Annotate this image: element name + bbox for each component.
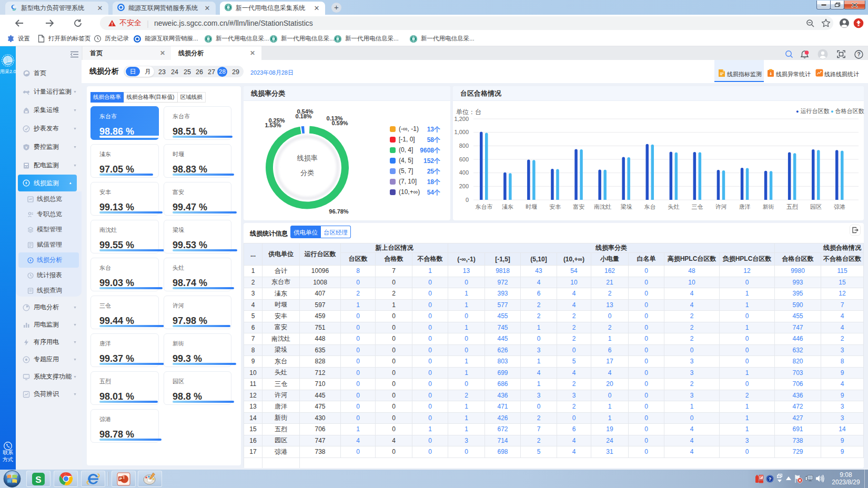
svg-text:600: 600 [459, 156, 469, 162]
svg-text:弶港: 弶港 [834, 204, 845, 210]
svg-text:分类: 分类 [300, 169, 314, 177]
svg-text:200: 200 [459, 183, 469, 189]
svg-text:0.18%: 0.18% [295, 113, 311, 119]
svg-text:时堰: 时堰 [526, 204, 537, 210]
svg-text:东台: 东台 [644, 204, 656, 210]
svg-text:线损率: 线损率 [297, 154, 318, 162]
svg-text:新街: 新街 [763, 204, 774, 210]
svg-text:三仓: 三仓 [692, 204, 703, 210]
svg-text:许河: 许河 [715, 204, 727, 210]
svg-text:800: 800 [459, 143, 469, 149]
svg-text:东台市: 东台市 [476, 204, 493, 210]
svg-text:1,000: 1,000 [454, 129, 469, 135]
svg-text:梁垛: 梁垛 [620, 204, 632, 210]
svg-text:唐洋: 唐洋 [739, 204, 751, 210]
svg-text:园区: 园区 [810, 204, 822, 210]
svg-text:¥: ¥ [25, 145, 27, 149]
svg-text:S: S [35, 474, 41, 484]
svg-text:富安: 富安 [573, 204, 584, 210]
svg-text:0: 0 [466, 197, 469, 203]
svg-text:0.59%: 0.59% [331, 120, 348, 126]
svg-text:?: ? [857, 52, 860, 57]
svg-text:1.53%: 1.53% [265, 122, 281, 128]
svg-text:?: ? [769, 476, 772, 482]
svg-text:头灶: 头灶 [668, 204, 680, 210]
svg-text:五烈: 五烈 [786, 204, 798, 210]
svg-text:溱东: 溱东 [502, 204, 513, 210]
svg-text:96.78%: 96.78% [329, 208, 349, 215]
svg-text:P: P [119, 476, 123, 481]
svg-text:安丰: 安丰 [549, 204, 561, 210]
svg-text:南沈灶: 南沈灶 [594, 204, 611, 210]
svg-text:400: 400 [459, 169, 469, 176]
